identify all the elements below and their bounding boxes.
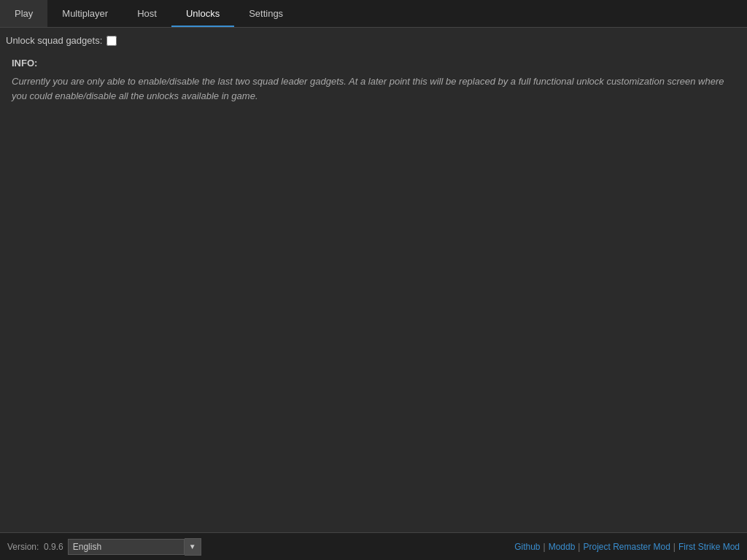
top-navigation: Play Multiplayer Host Unlocks Settings — [0, 0, 747, 28]
separator-2: | — [578, 542, 580, 552]
dropdown-arrow-icon: ▼ — [189, 542, 196, 551]
language-dropdown-button[interactable]: ▼ — [185, 538, 201, 556]
info-body: Currently you are only able to enable/di… — [12, 74, 735, 103]
moddb-link[interactable]: Moddb — [549, 542, 576, 552]
unlock-squad-gadgets-checkbox[interactable] — [107, 36, 117, 46]
github-link[interactable]: Github — [514, 542, 540, 552]
separator-1: | — [543, 542, 546, 552]
tab-play[interactable]: Play — [0, 0, 47, 27]
tab-unlocks[interactable]: Unlocks — [171, 0, 234, 27]
version-language-section: Version: 0.9.6 ▼ — [7, 538, 201, 556]
version-label: Version: 0.9.6 — [7, 542, 63, 552]
tab-multiplayer[interactable]: Multiplayer — [47, 0, 123, 27]
info-section: INFO: Currently you are only able to ena… — [6, 58, 741, 103]
first-strike-link[interactable]: First Strike Mod — [678, 542, 740, 552]
language-select-wrapper: ▼ — [68, 538, 201, 556]
footer-links: Github | Moddb | Project Remaster Mod | … — [514, 542, 740, 552]
tab-settings[interactable]: Settings — [234, 0, 298, 27]
project-remaster-link[interactable]: Project Remaster Mod — [583, 542, 670, 552]
separator-3: | — [673, 542, 676, 552]
info-title: INFO: — [12, 58, 735, 69]
main-content: Unlock squad gadgets: INFO: Currently yo… — [0, 28, 747, 532]
unlock-gadgets-row: Unlock squad gadgets: — [6, 35, 741, 46]
unlock-gadgets-label: Unlock squad gadgets: — [6, 35, 102, 46]
language-input[interactable] — [68, 539, 185, 555]
tab-host[interactable]: Host — [123, 0, 171, 27]
status-bar: Version: 0.9.6 ▼ Github | Moddb | Projec… — [0, 532, 747, 560]
